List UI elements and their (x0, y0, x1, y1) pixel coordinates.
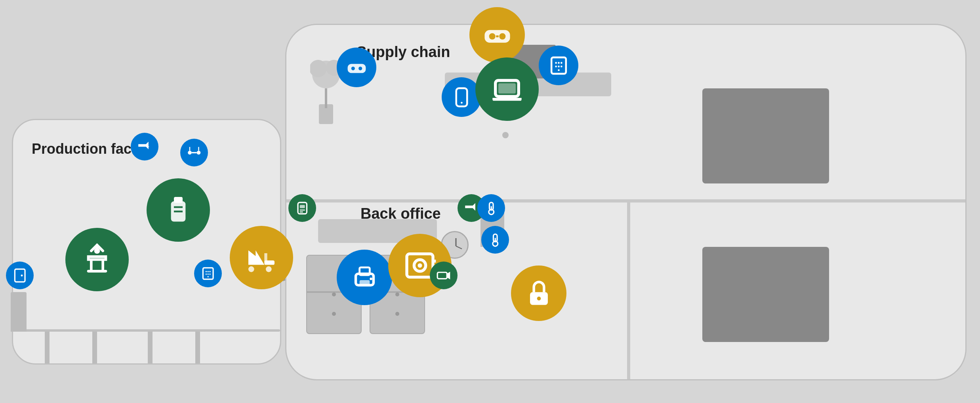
svg-point-9 (148, 146, 149, 147)
forklift-icon-circle[interactable] (230, 226, 293, 289)
svg-point-25 (209, 273, 210, 275)
svg-point-11 (196, 151, 200, 155)
svg-point-29 (266, 266, 272, 272)
svg-point-67 (558, 65, 560, 67)
svg-point-8 (94, 248, 100, 254)
svg-point-10 (188, 151, 192, 155)
svg-point-50 (537, 296, 541, 300)
tree-pot (318, 73, 334, 124)
svg-point-66 (555, 65, 557, 67)
svg-point-64 (558, 62, 560, 64)
svg-point-28 (248, 266, 254, 272)
camera-supply-icon-circle[interactable] (337, 48, 376, 87)
svg-point-53 (499, 33, 505, 39)
svg-point-26 (207, 276, 208, 277)
svg-rect-36 (359, 280, 370, 286)
svg-point-2 (310, 60, 327, 77)
robot-arm-icon-circle[interactable] (65, 228, 129, 291)
svg-point-68 (561, 65, 562, 67)
large-monitor (702, 88, 829, 183)
mobile-icon-circle[interactable] (442, 77, 481, 117)
svg-point-22 (209, 271, 210, 272)
security-camera-prod-icon-circle[interactable] (131, 133, 158, 160)
main-scene: Production facility (0, 0, 980, 403)
svg-point-69 (558, 69, 560, 71)
svg-rect-6 (15, 269, 25, 282)
svg-line-5 (456, 246, 462, 249)
svg-point-41 (418, 264, 422, 268)
keypad-supply-icon-circle[interactable] (539, 46, 578, 85)
thermometer-supply-icon-circle[interactable] (477, 194, 505, 222)
svg-point-23 (206, 273, 207, 275)
svg-rect-55 (347, 64, 366, 73)
svg-point-63 (555, 62, 557, 64)
keypad-prod-icon-circle[interactable] (194, 260, 222, 287)
svg-rect-30 (264, 253, 267, 262)
vr-headset-icon-circle[interactable] (469, 7, 525, 63)
printer-icon-circle[interactable] (337, 250, 392, 305)
svg-point-52 (489, 33, 495, 39)
svg-point-21 (207, 271, 208, 272)
svg-point-20 (206, 271, 207, 272)
svg-point-59 (461, 101, 463, 103)
svg-point-7 (21, 275, 23, 277)
large-monitor-2 (702, 247, 829, 342)
svg-point-65 (561, 62, 562, 64)
svg-rect-16 (174, 197, 183, 203)
svg-point-56 (351, 67, 355, 70)
thermometer-icon-circle[interactable] (481, 226, 509, 254)
lock-icon-circle[interactable] (511, 265, 566, 321)
svg-point-57 (358, 67, 362, 70)
svg-rect-44 (437, 272, 447, 279)
door-sensor-icon-circle[interactable] (6, 262, 34, 289)
svg-rect-32 (300, 205, 305, 208)
conveyor-switch-icon-circle[interactable] (180, 139, 208, 166)
svg-point-38 (370, 277, 372, 280)
main-building (285, 24, 967, 380)
wall-sensor (502, 132, 509, 138)
badge-reader-icon-circle[interactable] (288, 194, 316, 222)
tank-icon-circle[interactable] (147, 178, 210, 242)
small-camera-back-icon-circle[interactable] (430, 262, 458, 289)
laptop-icon-circle[interactable] (475, 57, 539, 121)
svg-rect-61 (498, 83, 516, 94)
svg-point-24 (207, 273, 208, 275)
back-office-label: Back office (360, 205, 441, 222)
